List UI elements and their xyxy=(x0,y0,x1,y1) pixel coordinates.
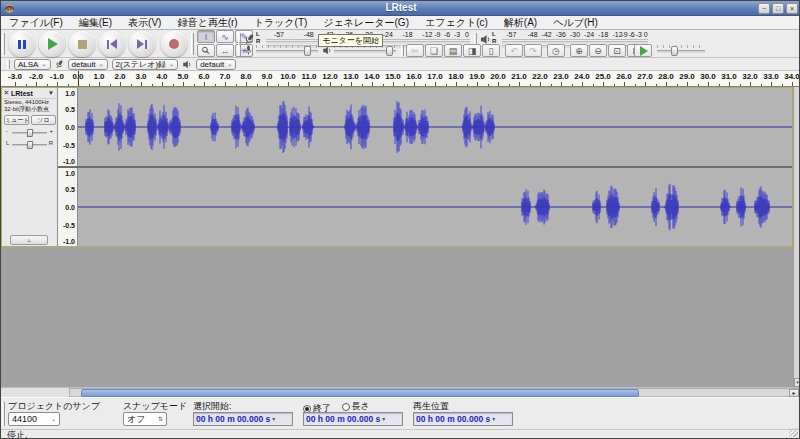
play-at-speed-button[interactable] xyxy=(634,44,652,57)
menu-c[interactable]: エフェクト(c) xyxy=(417,16,496,30)
snap-mode-dropdown[interactable]: オフ⇅ xyxy=(123,412,167,426)
sync-lock-button[interactable]: ◷ xyxy=(547,44,565,57)
menu-g[interactable]: ジェネレーター(G) xyxy=(315,16,417,30)
device-toolbar: ALSA⌄ default⌄ 2(ステレオ)録⌄ default⌄ xyxy=(1,58,800,71)
menu-v[interactable]: 表示(V) xyxy=(120,16,169,30)
undo-button[interactable]: ↶ xyxy=(505,44,523,57)
track-control-panel[interactable]: ✕ LRtest ▼ Stereo, 44100Hz 32-bit浮動小数点 ミ… xyxy=(2,88,58,246)
gain-slider-thumb[interactable] xyxy=(27,129,34,137)
redo-button[interactable]: ↷ xyxy=(524,44,542,57)
close-button[interactable]: × xyxy=(786,3,798,14)
pause-button[interactable] xyxy=(9,31,35,57)
tools-toolbar-grip[interactable] xyxy=(191,33,194,55)
minimize-button[interactable]: − xyxy=(758,3,770,14)
envelope-tool-button[interactable]: ∿ xyxy=(216,30,234,43)
waveform-left-channel[interactable] xyxy=(78,88,792,166)
menu-a[interactable]: 解析(A) xyxy=(496,16,545,30)
pan-slider-thumb[interactable] xyxy=(27,141,34,149)
length-radio-dot[interactable] xyxy=(342,403,350,411)
ruler-label: 28.0 xyxy=(658,72,674,81)
selection-tool-button[interactable]: I xyxy=(197,30,215,43)
ruler-label: 4.0 xyxy=(156,72,167,81)
horizontal-scrollbar[interactable]: ◂ ▸ xyxy=(1,387,800,397)
scroll-right-icon[interactable]: ▸ xyxy=(789,389,799,397)
recording-device-icon xyxy=(55,59,64,70)
playback-speed-slider[interactable] xyxy=(657,44,705,56)
zoom-out-button[interactable]: ⊖ xyxy=(589,44,607,57)
fit-selection-button[interactable]: ⊡ xyxy=(608,44,626,57)
play-position-field[interactable]: 00 h 00 m 00.000 s▾ xyxy=(413,412,513,426)
meter-tick: -3 xyxy=(636,31,642,38)
menu-r[interactable]: 録音と再生(r) xyxy=(169,16,245,30)
title-bar[interactable]: LRtest − □ × xyxy=(1,1,800,16)
ruler-label: -2.0 xyxy=(29,72,43,81)
play-button[interactable] xyxy=(39,31,65,57)
fit-selection-icon: ⊡ xyxy=(613,46,621,56)
silence-button[interactable]: ▯ xyxy=(482,44,500,57)
playback-device-dropdown[interactable]: default⌄ xyxy=(196,59,236,70)
scroll-down-icon[interactable]: ▾ xyxy=(794,378,800,387)
time-shift-tool-button[interactable]: ↔ xyxy=(216,44,234,57)
ruler-label: -1.0 xyxy=(50,72,64,81)
paste-button[interactable]: ▤ xyxy=(444,44,462,57)
track-menu-icon[interactable]: ▼ xyxy=(48,90,57,96)
menu-t[interactable]: トラック(T) xyxy=(246,16,316,30)
vertical-scrollbar[interactable]: ▾ xyxy=(793,87,800,387)
waveform-right-channel[interactable] xyxy=(78,168,792,246)
zoom-tool-button[interactable]: ⚲ xyxy=(197,44,215,57)
track-collapse-button[interactable]: ▵ xyxy=(10,235,48,245)
menu-f[interactable]: ファイル(F) xyxy=(1,16,71,30)
resize-grip[interactable] xyxy=(789,428,798,437)
ruler-label: 23.0 xyxy=(553,72,569,81)
transport-toolbar-grip[interactable] xyxy=(2,33,5,55)
track-close-icon[interactable]: ✕ xyxy=(2,89,11,97)
selection-start-field[interactable]: 00 h 00 m 00.000 s▾ xyxy=(193,412,293,426)
vertical-scale-label: 0.0 xyxy=(65,124,75,131)
ruler-label: 32.0 xyxy=(742,72,758,81)
vertical-scale-label: 1.0 xyxy=(65,90,75,97)
vertical-scale-left[interactable]: 1.00.50.0-0.5-1.0 xyxy=(58,88,78,166)
vertical-scale-label: 0.5 xyxy=(65,186,75,193)
playback-speed-thumb[interactable] xyxy=(671,46,678,56)
selection-end-field[interactable]: 00 h 00 m 00.000 s▾ xyxy=(303,412,403,426)
vertical-scale-label: 0.5 xyxy=(65,106,75,113)
mixer-toolbar-grip[interactable] xyxy=(238,45,241,56)
vertical-scale-right[interactable]: 1.00.50.0-0.5-1.0 xyxy=(58,168,78,246)
mixer-input-icon xyxy=(244,45,253,56)
timeline-ruler[interactable]: -3.0-2.0-1.00.01.02.03.04.05.06.07.08.09… xyxy=(1,71,800,87)
track-area-background[interactable] xyxy=(1,247,800,387)
solo-button[interactable]: ソロ xyxy=(31,115,56,125)
copy-button[interactable]: ❏ xyxy=(425,44,443,57)
output-volume-thumb[interactable] xyxy=(386,46,393,56)
recording-device-dropdown[interactable]: default⌄ xyxy=(68,59,108,70)
pan-slider[interactable]: L R xyxy=(5,139,54,150)
paste-icon: ▤ xyxy=(449,46,458,56)
gain-slider[interactable]: - + xyxy=(5,127,54,138)
audio-host-dropdown[interactable]: ALSA⌄ xyxy=(14,59,51,70)
horizontal-scroll-thumb[interactable] xyxy=(81,389,639,397)
ruler-label: 10.0 xyxy=(280,72,296,81)
recording-channels-dropdown[interactable]: 2(ステレオ)録⌄ xyxy=(112,59,179,70)
trim-button[interactable]: ◨ xyxy=(463,44,481,57)
meter-tick: -3 xyxy=(454,31,460,38)
edit-toolbar-grip[interactable] xyxy=(401,45,404,56)
skip-to-end-button[interactable] xyxy=(129,31,155,57)
meter-tick: -48 xyxy=(304,31,314,38)
device-toolbar-grip[interactable] xyxy=(7,60,10,69)
menu-e[interactable]: 編集(E) xyxy=(71,16,120,30)
record-button[interactable] xyxy=(161,31,187,57)
selection-tool-icon: I xyxy=(205,32,208,42)
menu-h[interactable]: ヘルプ(H) xyxy=(545,16,606,30)
undo-icon: ↶ xyxy=(510,46,518,56)
maximize-button[interactable]: □ xyxy=(772,3,784,14)
zoom-in-button[interactable]: ⊕ xyxy=(570,44,588,57)
project-rate-dropdown[interactable]: 44100⌄ xyxy=(8,412,60,426)
skip-to-start-button[interactable] xyxy=(99,31,125,57)
cut-button[interactable]: ✂ xyxy=(406,44,424,57)
stop-button[interactable] xyxy=(69,31,95,57)
input-volume-thumb[interactable] xyxy=(304,46,311,56)
monitor-tooltip[interactable]: モニターを開始 xyxy=(318,34,383,47)
mute-button[interactable]: ミュート xyxy=(4,115,29,125)
selection-toolbar-grip[interactable] xyxy=(2,402,5,426)
input-volume-slider[interactable] xyxy=(256,44,318,56)
